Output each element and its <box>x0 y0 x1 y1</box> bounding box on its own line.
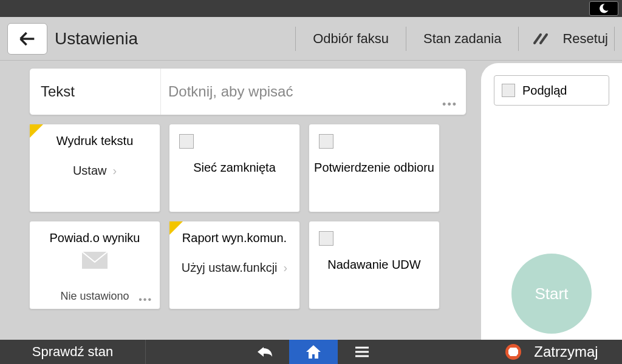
tile-label: Potwierdzenie odbioru <box>314 161 434 175</box>
tile-result-notify[interactable]: Powiad.o wyniku Nie ustawiono ••• <box>29 221 160 309</box>
moon-icon <box>598 3 609 14</box>
checkbox[interactable] <box>319 231 333 246</box>
preview-toggle[interactable]: Podgląd <box>494 75 609 106</box>
tile-udw-broadcast[interactable]: Nadawanie UDW <box>309 221 440 309</box>
chevron-right-icon: › <box>284 261 288 275</box>
tile-sub-label: Użyj ustaw.funkcji <box>182 261 278 275</box>
checkbox[interactable] <box>179 134 194 149</box>
check-status-button[interactable]: Sprawdź stan <box>0 340 146 364</box>
night-mode-badge[interactable] <box>589 1 618 16</box>
chevron-right-icon: › <box>112 164 117 178</box>
stop-button[interactable]: Zatrzymaj <box>481 340 622 364</box>
job-status-button[interactable]: Stan zadania <box>406 27 518 51</box>
nav-menu-button[interactable] <box>338 340 386 364</box>
header-bar: Ustawienia Odbiór faksu Stan zadania Res… <box>0 17 622 61</box>
tile-sub-label: Ustaw <box>73 164 107 178</box>
start-button[interactable]: Start <box>511 254 592 334</box>
settings-panel: Tekst Dotknij, aby wpisać ••• Wydruk tek… <box>0 61 481 340</box>
nav-home-button[interactable] <box>289 340 338 364</box>
nav-back-icon <box>255 345 275 359</box>
checkbox[interactable] <box>319 134 333 149</box>
main-area: Tekst Dotknij, aby wpisać ••• Wydruk tek… <box>0 61 622 340</box>
tile-closed-network[interactable]: Sieć zamknięta <box>169 124 300 212</box>
reset-label: Resetuj <box>562 31 608 47</box>
tile-row-1: Wydruk tekstu Ustaw › Sieć zamknięta Pot… <box>29 124 466 212</box>
corner-flag-icon <box>30 124 43 138</box>
reset-icon <box>532 30 549 47</box>
text-input-field[interactable]: Dotknij, aby wpisać ••• <box>161 69 466 115</box>
more-icon: ••• <box>138 294 152 305</box>
tile-row-2: Powiad.o wyniku Nie ustawiono ••• Raport… <box>29 221 466 309</box>
checkbox[interactable] <box>502 84 515 97</box>
text-placeholder: Dotknij, aby wpisać <box>168 83 293 100</box>
back-arrow-icon <box>17 29 38 49</box>
stop-label: Zatrzymaj <box>534 343 598 360</box>
back-button[interactable] <box>7 23 47 55</box>
system-topbar <box>0 0 622 17</box>
nav-back-button[interactable] <box>241 340 289 364</box>
corner-flag-icon <box>169 221 183 235</box>
reset-button[interactable]: Resetuj <box>518 27 615 51</box>
home-icon <box>305 344 322 360</box>
tile-text-print[interactable]: Wydruk tekstu Ustaw › <box>29 124 160 212</box>
bottom-bar: Sprawdź stan Zatrzymaj <box>0 340 622 364</box>
tile-title: Powiad.o wyniku <box>50 231 140 245</box>
preview-label: Podgląd <box>522 84 567 98</box>
tile-label: Nadawanie UDW <box>327 258 420 272</box>
nav-center <box>146 340 481 364</box>
tile-title: Wydruk tekstu <box>56 134 134 148</box>
tile-sub: Ustaw › <box>73 164 117 178</box>
svg-marker-2 <box>508 348 518 356</box>
tile-receive-confirm[interactable]: Potwierdzenie odbioru <box>309 124 440 212</box>
menu-icon <box>354 346 370 358</box>
fax-receive-button[interactable]: Odbiór faksu <box>295 27 406 51</box>
tile-sub: Użyj ustaw.funkcji › <box>182 261 288 275</box>
tile-bottom-label: Nie ustawiono <box>60 290 129 303</box>
header-actions: Odbiór faksu Stan zadania Resetuj <box>295 27 615 51</box>
tile-title: Raport wyn.komun. <box>182 231 287 245</box>
text-input-row[interactable]: Tekst Dotknij, aby wpisać ••• <box>29 68 466 115</box>
start-label: Start <box>535 285 569 303</box>
tile-label: Sieć zamknięta <box>193 161 276 175</box>
tile-comm-report[interactable]: Raport wyn.komun. Użyj ustaw.funkcji › <box>169 221 300 309</box>
more-icon: ••• <box>442 98 457 111</box>
stop-icon <box>505 343 522 360</box>
envelope-icon <box>81 251 108 269</box>
right-panel: Podgląd Start <box>481 63 622 340</box>
text-label: Tekst <box>30 69 161 115</box>
page-title: Ustawienia <box>55 29 295 49</box>
